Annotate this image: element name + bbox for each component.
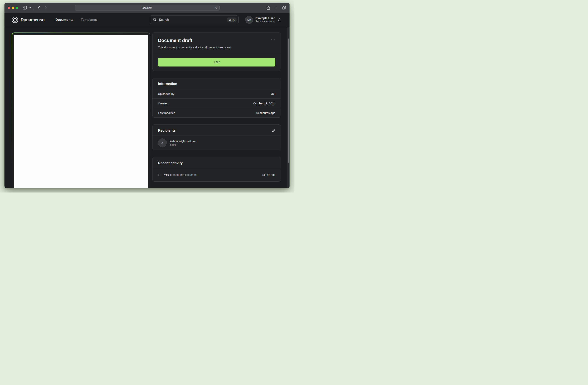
primary-nav: Documents Templates [55,18,97,22]
document-status-title: Document draft [158,38,231,43]
brand-name: Documenso [21,17,44,22]
edit-button[interactable]: Edit [158,58,275,67]
activity-action: created the document [170,173,197,176]
share-icon[interactable] [266,6,270,10]
information-title: Information [158,82,177,86]
activity-actor: You [164,173,169,176]
browser-titlebar: localhost ↻ [4,3,290,13]
document-sidebar: Document draft This document is currentl… [152,32,281,188]
user-name: Example User [255,16,275,20]
search-placeholder: Search [159,18,225,22]
scrollbar-thumb[interactable] [288,39,289,163]
document-preview-frame [12,32,150,188]
zoom-window-button[interactable] [16,7,18,9]
titlebar-divider [33,6,33,10]
activity-time: 13 min ago [262,173,275,176]
edit-recipients-pencil-icon[interactable] [272,129,275,133]
recipients-card: Recipients A ashdrew@email.com Signer [152,124,281,150]
info-row-created: Created October 11, 2024 [152,99,281,108]
info-value: You [271,92,275,95]
chevrons-up-down-icon [278,18,281,22]
info-row-last-modified: Last modified 13 minutes ago [152,108,281,117]
info-label: Created [158,102,168,105]
documenso-seal-icon [12,17,18,23]
info-value: October 11, 2024 [253,102,275,105]
document-status-card: Document draft This document is currentl… [152,32,281,71]
activity-row: Youcreated the document 13 min ago [152,168,281,181]
recipient-row[interactable]: A ashdrew@email.com Signer [152,136,281,150]
search-icon [153,18,157,22]
recipient-email: ashdrew@email.com [170,139,197,143]
info-row-uploaded-by: Uploaded by You [152,89,281,98]
address-bar-url: localhost [142,6,152,9]
information-card: Information Uploaded by You Created Octo… [152,78,281,118]
search-input[interactable]: Search ⌘+K [150,15,239,24]
document-preview-inner [12,33,150,188]
search-shortcut-badge: ⌘+K [227,18,236,22]
more-options-icon[interactable] [271,39,275,41]
close-window-button[interactable] [8,7,10,9]
document-page [14,35,148,188]
recipient-role: Signer [170,143,197,147]
info-value: 13 minutes ago [255,111,275,114]
documenso-logo[interactable]: Documenso [12,17,44,23]
info-label: Uploaded by [158,92,174,95]
sidebar-chevron-down-icon[interactable] [29,7,31,9]
recent-activity-card: Recent activity Youcreated the document … [152,157,281,181]
nav-templates[interactable]: Templates [81,18,97,22]
scrollbar-track [287,27,290,188]
recent-activity-title: Recent activity [158,161,183,165]
main-content: Document draft This document is currentl… [4,27,290,188]
info-label: Last modified [158,111,175,114]
recipient-avatar: A [158,138,167,147]
document-status-description: This document is currently a draft and h… [158,46,231,49]
new-tab-icon[interactable] [274,6,278,10]
reload-icon[interactable]: ↻ [215,6,218,9]
traffic-lights [8,7,18,9]
forward-button[interactable] [45,6,47,10]
back-button[interactable] [38,6,40,10]
account-type: Personal Account [255,20,275,23]
recipients-title: Recipients [158,129,176,133]
user-avatar: EU [245,16,253,24]
nav-documents[interactable]: Documents [55,18,73,22]
browser-window: localhost ↻ [4,3,290,188]
tab-overview-icon[interactable] [282,6,286,10]
sidebar-toggle-icon[interactable] [23,6,27,10]
app-header: Documenso Documents Templates Search ⌘+K… [4,13,290,27]
activity-bullet-icon [158,174,161,176]
account-menu[interactable]: EU Example User Personal Account [245,16,281,24]
minimize-window-button[interactable] [12,7,14,9]
address-bar[interactable]: localhost ↻ [75,5,220,11]
